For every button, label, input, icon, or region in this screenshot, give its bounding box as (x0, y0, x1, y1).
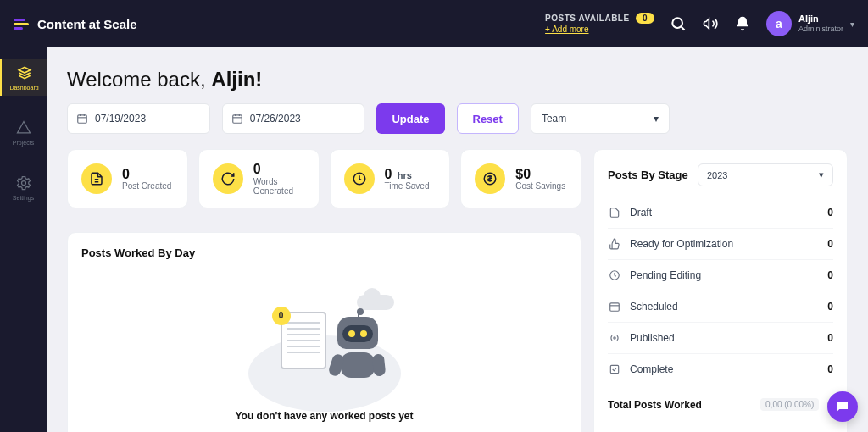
total-badge: 0,00 (0.00%) (760, 398, 819, 411)
posts-by-stage-panel: Posts By Stage 2023 ▾ Draft 0 Ready for … (593, 149, 848, 432)
main-content: Welcome back, Aljin! 07/19/2023 07/26/20… (47, 47, 868, 432)
stage-title: Posts By Stage (608, 169, 688, 181)
svg-point-2 (21, 181, 25, 186)
stage-value: 0 (827, 238, 833, 250)
stage-value: 0 (827, 332, 833, 344)
brand-logo[interactable]: Content at Scale (14, 15, 137, 32)
posts-worked-title: Posts Worked By Day (81, 246, 567, 259)
team-select[interactable]: Team ▾ (531, 103, 670, 134)
reset-button[interactable]: Reset (457, 103, 519, 134)
clock-icon (344, 163, 375, 194)
posts-worked-panel: Posts Worked By Day 0 You don't have any… (67, 232, 581, 432)
calendar-icon (231, 113, 243, 125)
logo-icon (14, 15, 31, 32)
filter-row: 07/19/2023 07/26/2023 Update Reset Team … (67, 103, 848, 134)
posts-count-badge: 0 (272, 307, 291, 325)
date-start-value: 07/19/2023 (95, 113, 146, 125)
sidebar-item-settings[interactable]: Settings (0, 169, 47, 206)
top-header: Content at Scale POSTS AVAILABLE 0 + Add… (0, 0, 868, 47)
year-select[interactable]: 2023 ▾ (698, 163, 833, 186)
search-icon[interactable] (670, 15, 687, 32)
year-value: 2023 (707, 170, 727, 180)
gear-icon (15, 174, 32, 191)
svg-rect-14 (610, 303, 620, 311)
sidebar: Dashboard Projects Settings (0, 47, 47, 432)
document-icon (81, 163, 112, 194)
avatar-initial: a (776, 17, 782, 30)
stage-label: Published (630, 332, 675, 344)
stage-row-scheduled: Scheduled 0 (608, 291, 833, 322)
stage-value: 0 (827, 363, 833, 375)
calendar-icon (608, 300, 621, 313)
stage-label: Ready for Optimization (630, 238, 733, 250)
stage-label: Complete (630, 363, 673, 375)
welcome-heading: Welcome back, Aljin! (67, 68, 848, 91)
sidebar-item-label: Projects (13, 140, 34, 146)
stat-value: 0 (253, 162, 261, 176)
svg-line-1 (682, 27, 685, 30)
stage-label: Draft (630, 207, 652, 219)
stat-label: Cost Savings (515, 181, 565, 191)
team-select-label: Team (542, 113, 566, 125)
user-text: Aljin Administrator (798, 14, 843, 34)
svg-rect-17 (610, 365, 618, 373)
stat-time-saved: 0 hrs Time Saved (330, 149, 451, 208)
stage-value: 0 (827, 301, 833, 313)
calendar-icon (76, 113, 88, 125)
dashboard-icon (16, 64, 33, 81)
stage-row-draft: Draft 0 (608, 197, 833, 228)
refresh-icon (213, 163, 243, 194)
stage-value: 0 (827, 269, 833, 281)
robot-icon (331, 317, 384, 378)
stat-unit: hrs (398, 170, 412, 180)
check-icon (608, 363, 621, 376)
header-right: POSTS AVAILABLE 0 + Add more a Aljin Adm… (545, 11, 854, 36)
welcome-name: Aljin! (211, 68, 262, 91)
broadcast-icon (608, 331, 621, 345)
user-name: Aljin (798, 14, 843, 25)
chevron-down-icon: ▾ (819, 169, 824, 180)
user-menu[interactable]: a Aljin Administrator ▾ (766, 11, 854, 36)
stat-label: Time Saved (385, 181, 430, 191)
sidebar-item-dashboard[interactable]: Dashboard (0, 59, 47, 96)
svg-rect-3 (78, 115, 87, 123)
stat-cost-savings: $0 Cost Savings (460, 149, 581, 208)
update-button[interactable]: Update (376, 103, 444, 134)
draft-icon (608, 206, 621, 219)
content-columns: 0 Post Created 0 Words Generated (67, 149, 848, 432)
svg-point-16 (614, 337, 615, 339)
stage-label: Pending Editing (630, 269, 701, 281)
svg-rect-7 (232, 115, 242, 123)
stat-value: 0 (122, 167, 130, 181)
user-role: Administrator (798, 25, 843, 34)
date-end-input[interactable]: 07/26/2023 (222, 103, 365, 134)
dollar-icon (475, 163, 505, 194)
sidebar-item-label: Dashboard (9, 85, 38, 91)
bell-icon[interactable] (734, 15, 751, 32)
empty-message: You don't have any worked posts yet (235, 410, 413, 422)
empty-state: 0 You don't have any worked posts yet Cr… (81, 259, 567, 432)
sidebar-item-projects[interactable]: Projects (0, 114, 47, 151)
thumbs-up-icon (608, 237, 621, 251)
empty-illustration: 0 (240, 269, 409, 396)
add-more-link[interactable]: + Add more (545, 25, 588, 34)
stat-words-generated: 0 Words Generated (198, 149, 320, 208)
projects-icon (15, 119, 32, 136)
stat-post-created: 0 Post Created (67, 149, 188, 208)
stage-row-complete: Complete 0 (608, 353, 833, 385)
stat-label: Words Generated (253, 177, 305, 196)
chat-launcher[interactable] (827, 391, 858, 422)
brand-name: Content at Scale (37, 17, 137, 31)
date-end-value: 07/26/2023 (250, 113, 301, 125)
date-start-input[interactable]: 07/19/2023 (67, 103, 210, 134)
megaphone-icon[interactable] (702, 15, 719, 32)
posts-available: POSTS AVAILABLE 0 + Add more (545, 13, 654, 35)
stat-value: $0 (515, 167, 531, 181)
stage-row-ready: Ready for Optimization 0 (608, 228, 833, 259)
svg-point-0 (672, 18, 682, 28)
stage-row-pending: Pending Editing 0 (608, 259, 833, 291)
posts-available-count: 0 (636, 13, 654, 24)
pending-icon (608, 269, 621, 282)
chevron-down-icon: ▾ (654, 113, 659, 125)
total-posts-row: Total Posts Worked 0,00 (0.00%) 0 (608, 388, 833, 411)
